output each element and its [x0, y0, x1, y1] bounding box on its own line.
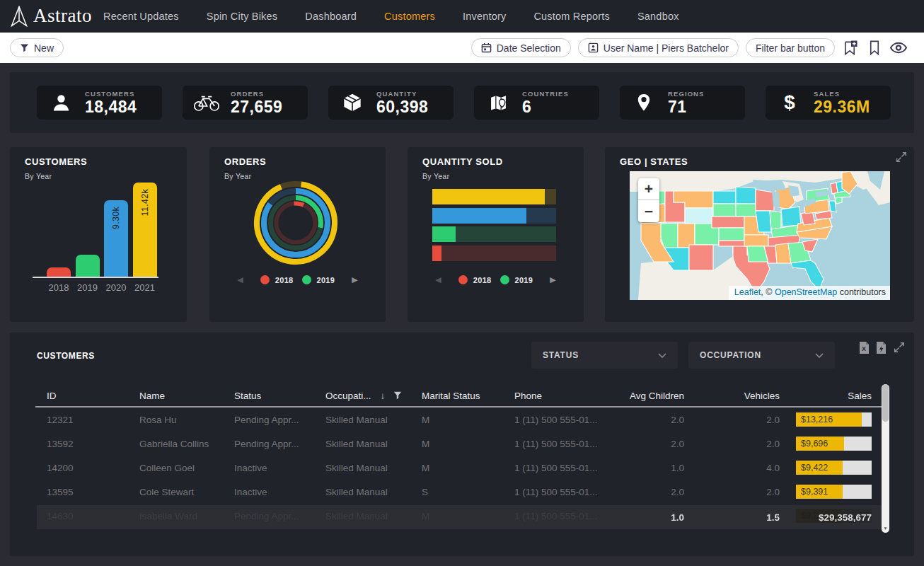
state-IN [770, 211, 781, 229]
quantity-bar-fill [432, 208, 526, 224]
nav-menu: Recent UpdatesSpin City BikesDashboardCu… [103, 0, 679, 33]
quantity-bar-fill [432, 246, 441, 261]
status-filter-dropdown[interactable]: STATUS [531, 342, 678, 369]
nav-item-custom-reports[interactable]: Custom Reports [533, 11, 610, 22]
column-header-status[interactable]: Status [234, 391, 325, 401]
legend-item-2018[interactable]: 2018 [458, 275, 492, 284]
toolbar-button-user-name-piers-batchelo[interactable]: User Name | Piers Batchelor [578, 38, 739, 57]
quantity-bar-fill [432, 189, 545, 204]
table-row-13592[interactable]: 13592Gabriella CollinsPending Appr...Ski… [47, 432, 872, 456]
cell-sales: $9,422 [780, 461, 872, 475]
table-scrollbar[interactable]: ▲ ▼ [882, 384, 889, 533]
bar-2021[interactable]: 11.42k [133, 183, 157, 277]
chevron-down-icon [815, 353, 824, 358]
brand-logo[interactable]: Astrato [10, 5, 92, 27]
column-header-occupati-[interactable]: Occupati...↓ [325, 391, 422, 401]
legend-next-arrow[interactable]: ▶ [550, 275, 555, 284]
kpi-card-sales: $SALES29.36M [766, 86, 891, 120]
quantity-bar-2021[interactable] [432, 189, 556, 204]
nav-item-dashboard[interactable]: Dashboard [305, 11, 357, 22]
cell-vehicles: 2.0 [684, 487, 780, 497]
table-totals-row: 1.0 1.5 $29,358,677 [37, 505, 882, 529]
legend-next-arrow[interactable]: ▶ [352, 275, 357, 284]
column-header-phone[interactable]: Phone [514, 391, 603, 401]
state-ND [713, 191, 736, 204]
bookmark-icon[interactable] [866, 38, 883, 57]
bar-2020[interactable]: 9.30k [104, 200, 128, 277]
legend-item-2019[interactable]: 2019 [302, 275, 335, 284]
kpi-label: SALES [814, 90, 870, 98]
filter-icon[interactable] [393, 391, 402, 400]
scrollbar-thumb[interactable] [882, 384, 889, 422]
map-attribution: Leaflet, © OpenStreetMap contributors [729, 286, 890, 300]
kpi-value: 29.36M [814, 99, 870, 115]
scrollbar-down-arrow[interactable]: ▼ [882, 526, 889, 531]
state-NE [712, 216, 744, 228]
cell-sales: $9,696 [780, 437, 872, 451]
export-doc-icon[interactable] [876, 342, 887, 357]
kpi-label: REGIONS [668, 90, 705, 98]
new-filter-button[interactable]: New [10, 38, 64, 57]
legend-prev-arrow[interactable]: ◀ [435, 275, 441, 284]
nav-item-sandbox[interactable]: Sandbox [637, 11, 679, 22]
cell-occupation: Skilled Manual [325, 487, 422, 497]
expand-icon[interactable] [895, 151, 908, 166]
column-header-avg-children[interactable]: Avg Children [603, 391, 684, 401]
toolbar-button-label: Date Selection [497, 42, 561, 54]
nav-item-spin-city-bikes[interactable]: Spin City Bikes [207, 11, 278, 22]
table-expand-icon[interactable] [893, 341, 906, 357]
table-row-12321[interactable]: 12321Rosa HuPending Appr...Skilled Manua… [47, 408, 872, 432]
column-header-name[interactable]: Name [139, 391, 234, 401]
export-xlsx-icon[interactable]: X [859, 342, 870, 357]
brand-name: Astrato [33, 5, 92, 27]
bar-2019[interactable] [76, 255, 100, 277]
kpi-card-regions: REGIONS71 [620, 86, 745, 120]
toolbar-button-date-selection[interactable]: Date Selection [471, 38, 571, 57]
pin-icon [620, 93, 668, 112]
leaflet-link[interactable]: Leaflet [734, 287, 761, 297]
column-header-marital-status[interactable]: Marital Status [422, 391, 514, 401]
nav-item-recent-updates[interactable]: Recent Updates [103, 11, 179, 22]
cell-sales: $9,391 [780, 485, 872, 499]
eye-icon[interactable] [890, 38, 907, 57]
table-action-icons: X [859, 341, 906, 357]
state-IL [756, 211, 771, 232]
toolbar-button-filter-bar-button[interactable]: Filter bar button [746, 38, 835, 57]
legend-dot [458, 275, 468, 284]
state-UT [678, 224, 695, 248]
us-choropleth-map[interactable]: + − Leaflet, © OpenStreetMap contributor… [630, 171, 890, 300]
quantity-bar-2019[interactable] [432, 226, 556, 242]
chart-card-customers: CUSTOMERS By Year 201820199.30k202011.42… [10, 147, 187, 322]
map-zoom-in-button[interactable]: + [638, 178, 659, 200]
quantity-bar-2020[interactable] [432, 208, 556, 224]
legend-item-2019[interactable]: 2019 [500, 275, 533, 284]
osm-link[interactable]: OpenStreetMap [775, 287, 837, 297]
legend-prev-arrow[interactable]: ◀ [237, 275, 243, 284]
bar-2018[interactable] [47, 267, 71, 277]
person-icon [37, 93, 85, 113]
legend-item-2018[interactable]: 2018 [260, 275, 294, 284]
map-zoom-out-button[interactable]: − [638, 200, 659, 222]
quantity-bar-2018[interactable] [432, 246, 556, 261]
kpi-label: CUSTOMERS [85, 90, 137, 98]
state-MN [736, 187, 756, 204]
sort-desc-icon[interactable]: ↓ [381, 391, 386, 401]
box-icon [328, 93, 376, 112]
table-row-13595[interactable]: 13595Cole StewartInactiveSkilled ManualS… [47, 480, 872, 504]
occupation-filter-dropdown[interactable]: OCCUPATION [688, 342, 835, 369]
legend-dot [302, 275, 311, 284]
bookmark-add-icon[interactable] [842, 38, 859, 57]
x-axis-label-2021: 2021 [126, 282, 164, 293]
column-header-id[interactable]: ID [47, 391, 139, 401]
toolbar-button-label: Filter bar button [756, 42, 825, 54]
state-SD [713, 204, 736, 216]
column-header-sales[interactable]: Sales [780, 391, 872, 401]
nav-item-customers[interactable]: Customers [384, 11, 435, 22]
chart-subtitle-quantity: By Year [422, 172, 449, 180]
column-header-vehicles[interactable]: Vehicles [684, 391, 780, 401]
nav-item-inventory[interactable]: Inventory [463, 11, 506, 22]
kpi-value: 60,398 [376, 99, 428, 115]
table-row-14200[interactable]: 14200Colleen GoelInactiveSkilled ManualM… [47, 456, 872, 480]
quantity-legend: ◀20182019▶ [408, 275, 584, 284]
cell-status: Inactive [234, 463, 325, 473]
